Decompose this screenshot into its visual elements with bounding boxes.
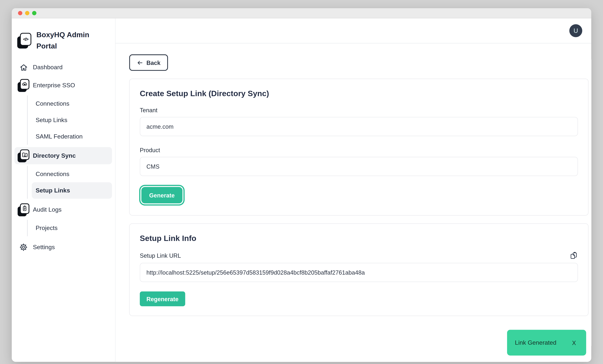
back-button[interactable]: Back [129, 55, 168, 71]
gear-icon [18, 243, 29, 252]
sidebar-item-settings[interactable]: Settings [14, 239, 112, 256]
sidebar-item-enterprise-sso[interactable]: Enterprise SSO [14, 77, 112, 94]
sidebar-item-label: Audit Logs [33, 206, 62, 213]
sidebar-item-dashboard[interactable]: Dashboard [14, 59, 112, 76]
product-field-group: Product [140, 147, 578, 176]
toast-close-button[interactable]: X [572, 339, 576, 346]
setup-link-url-label: Setup Link URL [140, 252, 181, 259]
copy-button[interactable] [570, 252, 578, 259]
enterprise-sso-subgroup: Connections Setup Links SAML Federation [27, 96, 112, 145]
sidebar-item-audit-logs[interactable]: Audit Logs [14, 201, 112, 218]
sidebar: </> BoxyHQ Admin Portal Dashboard [12, 18, 116, 362]
minimize-window-icon[interactable] [25, 11, 29, 15]
product-label: Product [140, 147, 578, 153]
close-window-icon[interactable] [18, 11, 23, 15]
card-title: Setup Link Info [140, 234, 578, 243]
sidebar-subitem-sso-connections[interactable]: Connections [32, 96, 112, 112]
sidebar-subitem-dsync-connections[interactable]: Connections [32, 166, 112, 182]
sidebar-nav: Dashboard Enterprise SSO Connections [12, 59, 115, 256]
card-title: Create Setup Link (Directory Sync) [140, 89, 578, 98]
brand[interactable]: </> BoxyHQ Admin Portal [17, 29, 110, 52]
arrow-left-icon [137, 59, 143, 66]
page-content: Back Create Setup Link (Directory Sync) … [116, 44, 591, 316]
sidebar-subitem-saml-federation[interactable]: SAML Federation [32, 128, 112, 145]
sidebar-subitem-dsync-setup-links[interactable]: Setup Links [32, 182, 112, 199]
directory-sync-icon [18, 149, 29, 162]
boxyhq-logo-icon: </> [17, 33, 31, 48]
audit-logs-subgroup: Projects [27, 220, 112, 236]
app-window: </> BoxyHQ Admin Portal Dashboard [12, 8, 591, 362]
home-icon [18, 63, 29, 72]
toast-message: Link Generated [515, 339, 557, 346]
sidebar-item-label: Directory Sync [33, 152, 76, 159]
stage: </> BoxyHQ Admin Portal Dashboard [0, 0, 603, 364]
main-area: U Back Create Setup Link (Directory Sync… [116, 18, 591, 362]
toast-link-generated: Link Generated X [507, 330, 586, 355]
product-input[interactable] [140, 157, 578, 176]
sidebar-item-label: Settings [33, 244, 55, 251]
setup-link-url-input[interactable] [140, 263, 578, 282]
sidebar-subitem-sso-setup-links[interactable]: Setup Links [32, 112, 112, 128]
app-body: </> BoxyHQ Admin Portal Dashboard [12, 18, 591, 362]
zoom-window-icon[interactable] [32, 11, 36, 15]
sidebar-item-label: Dashboard [33, 64, 63, 71]
tenant-label: Tenant [140, 107, 578, 113]
sidebar-item-label: Enterprise SSO [33, 82, 75, 89]
generate-button[interactable]: Generate [141, 187, 183, 203]
enterprise-sso-icon [18, 79, 29, 92]
top-header: U [116, 18, 591, 43]
setup-link-url-row: Setup Link URL [140, 252, 578, 259]
regenerate-button[interactable]: Regenerate [140, 291, 185, 306]
window-titlebar [12, 8, 591, 18]
brand-title: BoxyHQ Admin Portal [36, 29, 95, 52]
sidebar-item-directory-sync[interactable]: Directory Sync [14, 147, 112, 165]
audit-logs-icon [18, 203, 29, 216]
setup-link-info-card: Setup Link Info Setup Link URL Regenerat… [129, 223, 589, 316]
tenant-input[interactable] [140, 117, 578, 136]
tenant-field-group: Tenant [140, 107, 578, 136]
sidebar-subitem-projects[interactable]: Projects [32, 220, 112, 236]
directory-sync-subgroup: Connections Setup Links [27, 166, 112, 199]
create-setup-link-card: Create Setup Link (Directory Sync) Tenan… [129, 79, 589, 216]
user-avatar[interactable]: U [569, 24, 582, 37]
clipboard-copy-icon [570, 255, 578, 260]
